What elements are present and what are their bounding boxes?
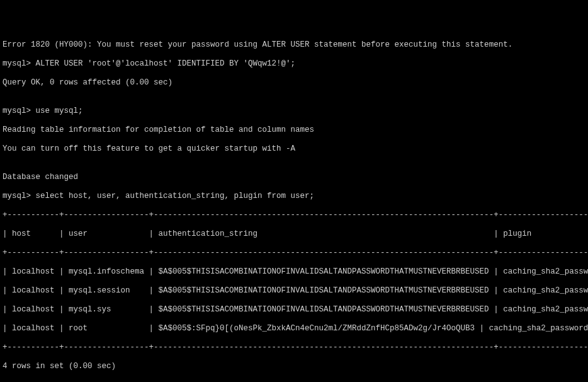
output-line: mysql> select host, user, authentication… [3, 192, 585, 201]
table-border: +-----------+------------------+--------… [3, 248, 585, 258]
table-border: +-----------+------------------+--------… [3, 211, 585, 220]
output-line: mysql> use mysql; [3, 107, 585, 116]
output-line: Query OK, 0 rows affected (0.00 sec) [3, 78, 585, 88]
table-row: | localhost | mysql.session | $A$005$THI… [3, 286, 585, 296]
output-line: 4 rows in set (0.00 sec) [3, 362, 585, 371]
table-row: | localhost | root | $A$005$:SFpq}0[(oNe… [3, 324, 585, 333]
table-row: | localhost | mysql.sys | $A$005$THISISA… [3, 305, 585, 315]
table-row: | localhost | mysql.infoschema | $A$005$… [3, 267, 585, 277]
output-line: You can turn off this feature to get a q… [3, 144, 585, 154]
output-line: Error 1820 (HY000): You must reset your … [3, 40, 585, 50]
table-header: | host | user | authentication_string | … [3, 229, 585, 239]
output-line: mysql> ALTER USER 'root'@'localhost' IDE… [3, 59, 585, 69]
table-border: +-----------+------------------+--------… [3, 343, 585, 352]
output-line: Reading table information for completion… [3, 125, 585, 135]
output-line: Database changed [3, 173, 585, 182]
